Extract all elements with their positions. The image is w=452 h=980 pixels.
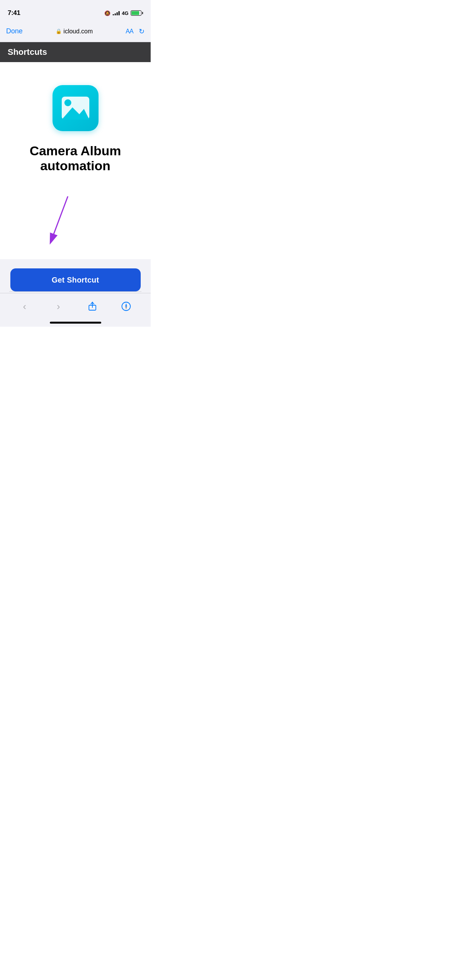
photo-svg-icon xyxy=(62,97,89,120)
shortcut-icon xyxy=(53,85,99,131)
reload-button[interactable]: ↻ xyxy=(139,27,145,36)
done-button[interactable]: Done xyxy=(6,27,23,35)
forward-button[interactable]: › xyxy=(51,299,66,314)
lock-icon: 🔒 xyxy=(56,28,62,34)
url-bar[interactable]: 🔒 icloud.com xyxy=(56,28,93,35)
signal-icon xyxy=(113,11,120,15)
svg-line-4 xyxy=(52,196,68,239)
battery-icon xyxy=(131,10,143,16)
home-indicator xyxy=(50,322,101,324)
back-button[interactable]: ‹ xyxy=(17,299,32,314)
status-time: 7:41 xyxy=(8,9,20,17)
get-shortcut-label: Get Shortcut xyxy=(52,276,99,284)
shortcuts-header: Shortcuts xyxy=(0,42,151,62)
content-area: Camera Album automation Get Shortcut xyxy=(0,62,151,293)
share-button[interactable] xyxy=(85,299,100,314)
browser-bar: Done 🔒 icloud.com AA ↻ xyxy=(0,21,151,42)
back-icon: ‹ xyxy=(23,301,26,312)
aa-button[interactable]: AA xyxy=(126,28,133,35)
svg-point-1 xyxy=(64,99,71,106)
compass-button[interactable] xyxy=(118,299,134,314)
forward-icon: › xyxy=(57,301,60,312)
button-footer-area: Get Shortcut Copyright © 2024 Apple Inc.… xyxy=(0,259,151,293)
share-icon xyxy=(87,301,97,311)
svg-point-8 xyxy=(125,306,127,307)
get-shortcut-button[interactable]: Get Shortcut xyxy=(10,268,141,291)
network-indicator: 4G xyxy=(122,10,128,16)
middle-section: Camera Album automation xyxy=(0,62,151,259)
shortcuts-title: Shortcuts xyxy=(8,47,47,57)
arrow-svg xyxy=(45,196,76,246)
status-icons: 🔕 4G xyxy=(104,10,143,16)
mute-icon: 🔕 xyxy=(104,10,110,16)
shortcut-name: Camera Album automation xyxy=(9,143,141,173)
arrow-indicator xyxy=(9,196,141,250)
status-bar: 7:41 🔕 4G xyxy=(0,0,151,21)
url-text: icloud.com xyxy=(64,28,93,35)
browser-controls: AA ↻ xyxy=(126,27,145,36)
compass-icon xyxy=(121,301,131,311)
